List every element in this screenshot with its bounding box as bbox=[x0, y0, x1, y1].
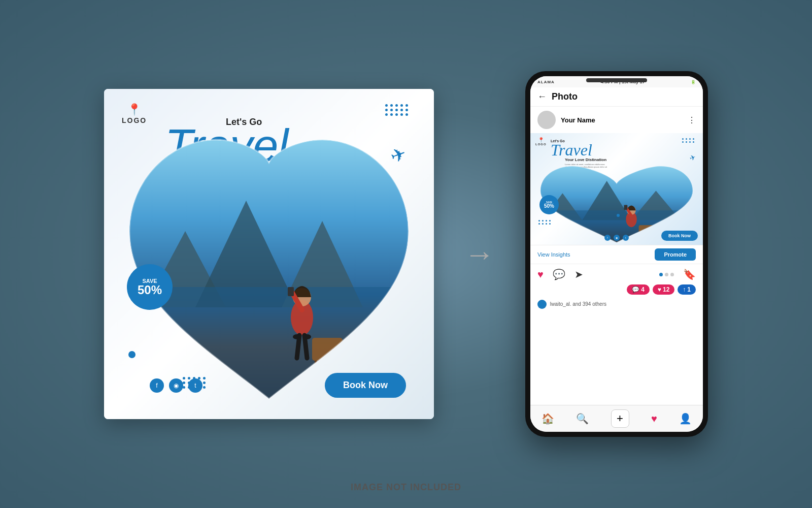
like-button[interactable]: ♥ bbox=[537, 269, 544, 280]
mini-destination: Your Love Distination bbox=[565, 157, 611, 162]
mini-logo-text: LOGO bbox=[535, 143, 547, 146]
save-percent: 50% bbox=[138, 284, 162, 296]
mini-plane-icon: ✈ bbox=[689, 152, 697, 162]
like-badge: ♥ 12 bbox=[653, 284, 674, 295]
svg-point-20 bbox=[626, 211, 636, 227]
phone-post-image: 📍 LOGO Let's Go Travel Your Love Distina… bbox=[530, 133, 703, 245]
phone-screen: ALAMA 4:50 PM | 1st May 17 🔋 ← Photo You… bbox=[530, 76, 703, 432]
heart-nav-icon[interactable]: ♥ bbox=[651, 413, 657, 425]
profile-nav-icon[interactable]: 👤 bbox=[679, 412, 692, 425]
svg-marker-17 bbox=[631, 190, 681, 220]
svg-rect-5 bbox=[315, 361, 317, 373]
bookmark-button[interactable]: 🔖 bbox=[683, 268, 696, 280]
svg-rect-19 bbox=[639, 225, 654, 236]
mini-location-icon: 📍 bbox=[538, 137, 544, 143]
decorative-dots-top bbox=[385, 104, 409, 116]
phone-mockup: ALAMA 4:50 PM | 1st May 17 🔋 ← Photo You… bbox=[525, 71, 708, 437]
mini-save-badge: SAVE 50% bbox=[539, 195, 559, 214]
mini-social-icons: f ◉ t bbox=[604, 235, 629, 241]
social-icons: f ◉ t bbox=[150, 378, 202, 393]
username: Your Name bbox=[561, 116, 683, 124]
svg-marker-1 bbox=[195, 201, 297, 307]
phone-actions: ♥ 💬 ➤ 🔖 bbox=[530, 264, 703, 284]
mini-dots-bottom bbox=[538, 220, 551, 225]
arrow-icon: → bbox=[464, 237, 495, 272]
heart-icon: ♥ bbox=[658, 286, 661, 293]
svg-rect-4 bbox=[312, 338, 343, 361]
destination-text: Your Love Distination bbox=[206, 164, 398, 177]
photo-title: Photo bbox=[552, 91, 696, 102]
svg-point-13 bbox=[293, 334, 301, 339]
add-nav-button[interactable]: + bbox=[611, 409, 629, 428]
share-icon: ↑ bbox=[683, 286, 686, 293]
svg-rect-10 bbox=[288, 287, 294, 296]
liked-by-label: lwaito_al. and 394 others bbox=[550, 301, 606, 307]
comment-badge: 💬 4 bbox=[627, 284, 650, 295]
svg-point-7 bbox=[291, 300, 313, 335]
user-avatar bbox=[537, 111, 556, 129]
more-options-button[interactable]: ⋮ bbox=[688, 115, 696, 125]
share-badge: ↑ 1 bbox=[678, 284, 696, 295]
mini-twitter-icon: t bbox=[623, 235, 629, 241]
facebook-icon: f bbox=[150, 378, 164, 393]
mini-blue-dot bbox=[617, 214, 620, 217]
promote-button[interactable]: Promote bbox=[655, 248, 696, 261]
bottom-caption: IMAGE NOT INCLUDED bbox=[351, 482, 461, 493]
comment-count: 4 bbox=[641, 286, 645, 293]
bottom-nav: 🏠 🔍 + ♥ 👤 bbox=[530, 405, 703, 432]
share-button[interactable]: ➤ bbox=[574, 268, 583, 280]
battery-icon: 🔋 bbox=[691, 80, 696, 84]
svg-rect-6 bbox=[332, 361, 335, 373]
comment-button[interactable]: 💬 bbox=[553, 268, 565, 280]
back-button[interactable]: ← bbox=[537, 91, 547, 102]
liked-by-avatar bbox=[537, 300, 547, 309]
book-now-button[interactable]: Book Now bbox=[325, 373, 406, 398]
search-nav-icon[interactable]: 🔍 bbox=[576, 412, 589, 425]
svg-line-22 bbox=[626, 208, 631, 215]
main-container: 📍 LOGO Let's Go Travel Your Love Distina… bbox=[0, 0, 812, 508]
title-area: Let's Go Travel Your Love Distination Lo… bbox=[165, 117, 398, 203]
svg-point-21 bbox=[627, 206, 635, 214]
mini-facebook-icon: f bbox=[604, 235, 611, 241]
logo-text: LOGO bbox=[122, 116, 147, 124]
svg-marker-16 bbox=[582, 181, 631, 220]
view-insights-link[interactable]: View Insights bbox=[537, 251, 570, 258]
svg-line-12 bbox=[304, 335, 307, 358]
svg-point-8 bbox=[293, 288, 311, 306]
mini-save-percent: 50% bbox=[544, 204, 554, 209]
svg-point-14 bbox=[303, 334, 311, 339]
mini-logo: 📍 LOGO bbox=[535, 137, 547, 146]
pagination-dots bbox=[659, 273, 674, 276]
travel-text: Travel bbox=[165, 125, 398, 167]
logo-area: 📍 LOGO bbox=[122, 103, 147, 124]
location-pin-icon: 📍 bbox=[127, 103, 141, 116]
instagram-icon: ◉ bbox=[169, 378, 183, 393]
svg-line-9 bbox=[292, 292, 302, 310]
mini-instagram-icon: ◉ bbox=[614, 235, 620, 241]
mini-book-now-button[interactable]: Book Now bbox=[661, 231, 698, 241]
mini-travel: Travel bbox=[551, 143, 611, 157]
share-count: 1 bbox=[687, 286, 691, 293]
insights-bar: View Insights Promote bbox=[530, 245, 703, 264]
phone-header: ← Photo bbox=[530, 87, 703, 107]
svg-marker-2 bbox=[282, 221, 363, 307]
description-text: Lorem ipsum dolor sit amet, contlabore e… bbox=[206, 181, 337, 203]
twitter-icon: t bbox=[188, 378, 202, 393]
save-badge: SAVE 50% bbox=[127, 264, 173, 310]
post-card: 📍 LOGO Let's Go Travel Your Love Distina… bbox=[104, 89, 434, 419]
carrier-text: ALAMA bbox=[537, 80, 555, 84]
home-nav-icon[interactable]: 🏠 bbox=[542, 412, 554, 425]
post-header: Your Name ⋮ bbox=[530, 107, 703, 133]
svg-line-11 bbox=[297, 335, 299, 358]
liked-by-text: lwaito_al. and 394 others bbox=[530, 299, 703, 313]
blue-dot-decoration bbox=[128, 351, 136, 358]
phone-notch bbox=[586, 78, 647, 82]
like-count: 12 bbox=[663, 286, 669, 293]
mini-dots-top bbox=[682, 138, 695, 143]
notification-badges: 💬 4 ♥ 12 ↑ 1 bbox=[530, 284, 703, 299]
comment-icon: 💬 bbox=[632, 286, 639, 293]
svg-rect-23 bbox=[624, 205, 628, 210]
